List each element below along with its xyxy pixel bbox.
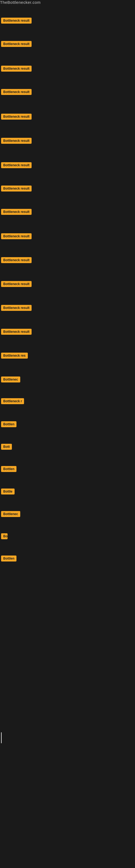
result-row-7: Bottleneck result: [0, 160, 135, 170]
bottleneck-badge-12[interactable]: Bottleneck result: [1, 281, 32, 287]
result-row-11: Bottleneck result: [0, 255, 135, 265]
result-row-20: Bottlen: [0, 464, 135, 474]
bottleneck-badge-1[interactable]: Bottleneck result: [1, 18, 32, 24]
bottleneck-badge-20[interactable]: Bottlen: [1, 466, 16, 472]
bottleneck-badge-17[interactable]: Bottleneck r: [1, 398, 24, 404]
result-row-12: Bottleneck result: [0, 279, 135, 289]
result-row-17: Bottleneck r: [0, 396, 135, 406]
text-cursor: [1, 733, 2, 743]
bottleneck-badge-3[interactable]: Bottleneck result: [1, 66, 32, 72]
result-row-16: Bottlenec: [0, 374, 135, 384]
bottleneck-badge-22[interactable]: Bottlenec: [1, 511, 20, 517]
result-row-2: Bottleneck result: [0, 39, 135, 49]
bottleneck-badge-10[interactable]: Bottleneck result: [1, 233, 32, 239]
bottleneck-badge-19[interactable]: Bott: [1, 444, 12, 450]
result-row-19: Bott: [0, 442, 135, 452]
result-row-1: Bottleneck result: [0, 16, 135, 26]
result-row-22: Bottlenec: [0, 509, 135, 519]
result-row-3: Bottleneck result: [0, 63, 135, 74]
result-row-8: Bottleneck result: [0, 183, 135, 194]
bottleneck-badge-9[interactable]: Bottleneck result: [1, 209, 32, 215]
bottleneck-badge-7[interactable]: Bottleneck result: [1, 162, 32, 168]
bottleneck-badge-13[interactable]: Bottleneck result: [1, 305, 32, 311]
result-row-6: Bottleneck result: [0, 135, 135, 146]
bottleneck-badge-6[interactable]: Bottleneck result: [1, 138, 32, 144]
result-row-21: Bottle: [0, 486, 135, 497]
result-row-15: Bottleneck res: [0, 350, 135, 361]
bottleneck-badge-21[interactable]: Bottle: [1, 489, 14, 495]
bottleneck-badge-5[interactable]: Bottleneck result: [1, 114, 32, 120]
bottleneck-badge-23[interactable]: Bo: [1, 533, 8, 539]
bottleneck-badge-15[interactable]: Bottleneck res: [1, 352, 28, 359]
bottleneck-badge-4[interactable]: Bottleneck result: [1, 89, 32, 95]
bottleneck-badge-11[interactable]: Bottleneck result: [1, 257, 32, 263]
result-row-13: Bottleneck result: [0, 303, 135, 313]
result-row-24: Bottlen: [0, 553, 135, 564]
result-row-10: Bottleneck result: [0, 231, 135, 241]
bottleneck-badge-2[interactable]: Bottleneck result: [1, 41, 32, 47]
bottleneck-badge-18[interactable]: Bottlen: [1, 421, 16, 427]
bottleneck-badge-14[interactable]: Bottleneck result: [1, 329, 32, 335]
result-row-23: Bo: [0, 531, 135, 541]
result-row-14: Bottleneck result: [0, 327, 135, 337]
result-row-5: Bottleneck result: [0, 112, 135, 122]
bottleneck-badge-24[interactable]: Bottlen: [1, 556, 16, 561]
bottleneck-badge-8[interactable]: Bottleneck result: [1, 186, 32, 191]
result-row-4: Bottleneck result: [0, 87, 135, 97]
result-row-9: Bottleneck result: [0, 207, 135, 217]
bottleneck-badge-16[interactable]: Bottlenec: [1, 376, 20, 382]
result-row-18: Bottlen: [0, 419, 135, 429]
results-container: Bottleneck resultBottleneck resultBottle…: [0, 0, 135, 868]
